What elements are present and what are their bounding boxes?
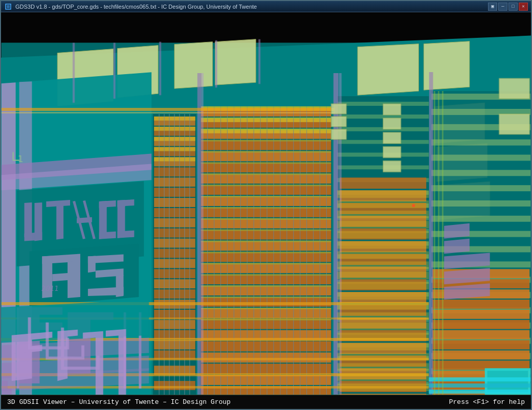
- svg-rect-300: [13, 152, 14, 160]
- app-icon: [4, 3, 12, 11]
- svg-rect-321: [337, 373, 429, 381]
- svg-rect-233: [432, 330, 529, 339]
- svg-rect-147: [201, 185, 331, 186]
- svg-marker-32: [99, 202, 107, 239]
- svg-rect-289: [429, 377, 530, 381]
- svg-rect-292: [73, 43, 75, 103]
- svg-text:1: 1: [18, 153, 24, 164]
- svg-rect-313: [337, 292, 429, 300]
- svg-rect-157: [201, 297, 331, 298]
- svg-rect-116: [201, 341, 331, 352]
- svg-rect-235: [432, 350, 529, 359]
- svg-rect-213: [431, 200, 530, 207]
- svg-rect-308: [337, 241, 429, 249]
- svg-rect-314: [337, 302, 429, 310]
- svg-rect-158: [201, 308, 331, 309]
- svg-rect-212: [431, 185, 530, 191]
- minimize-button[interactable]: ─: [498, 3, 507, 11]
- svg-rect-234: [432, 340, 529, 350]
- svg-rect-277: [499, 114, 530, 134]
- application-window: GDS3D v1.8 - gds/TOP_core.gds - techfile…: [0, 0, 532, 410]
- svg-marker-42: [68, 261, 80, 298]
- svg-rect-320: [337, 363, 429, 371]
- svg-rect-144: [201, 151, 331, 153]
- svg-rect-154: [201, 263, 331, 264]
- svg-rect-141: [201, 118, 331, 119]
- svg-rect-153: [201, 252, 331, 253]
- svg-marker-36: [118, 201, 125, 238]
- svg-rect-290: [429, 383, 530, 388]
- svg-rect-275: [383, 161, 401, 172]
- svg-rect-119: [201, 375, 331, 385]
- svg-rect-322: [337, 383, 429, 391]
- svg-marker-8: [174, 42, 213, 89]
- 3d-viewport[interactable]: 2011 ® 1: [1, 12, 531, 395]
- svg-rect-243: [197, 73, 202, 395]
- svg-rect-117: [201, 352, 331, 362]
- svg-rect-269: [331, 117, 346, 127]
- svg-rect-294: [159, 42, 161, 95]
- svg-rect-118: [201, 363, 331, 374]
- svg-rect-324: [2, 381, 8, 389]
- svg-rect-276: [499, 78, 530, 99]
- svg-rect-311: [337, 271, 429, 279]
- svg-rect-1: [7, 5, 10, 8]
- svg-rect-274: [383, 147, 401, 158]
- svg-rect-316: [337, 323, 429, 330]
- svg-rect-271: [383, 104, 401, 115]
- svg-rect-306: [337, 221, 429, 229]
- svg-rect-307: [337, 231, 429, 239]
- restore-button[interactable]: ▣: [488, 3, 497, 11]
- svg-marker-264: [444, 239, 470, 254]
- svg-rect-323: [2, 389, 12, 395]
- svg-marker-28: [77, 217, 92, 223]
- svg-rect-150: [201, 218, 331, 220]
- svg-marker-25: [56, 205, 63, 240]
- svg-text:2011: 2011: [41, 284, 59, 292]
- svg-rect-291: [429, 390, 530, 394]
- window-controls: ▣ ─ □ ✕: [488, 3, 528, 11]
- maximize-button[interactable]: □: [508, 3, 518, 11]
- svg-rect-140: [201, 106, 331, 108]
- svg-rect-299: [442, 91, 444, 395]
- svg-rect-297: [434, 91, 435, 395]
- svg-marker-23: [34, 202, 42, 241]
- svg-rect-152: [201, 241, 331, 242]
- chip-visualization: 2011 ® 1: [1, 12, 531, 395]
- svg-rect-295: [215, 40, 217, 88]
- svg-rect-293: [114, 43, 116, 99]
- svg-rect-270: [331, 129, 346, 140]
- svg-rect-151: [201, 230, 331, 231]
- svg-rect-249: [2, 112, 335, 113]
- svg-marker-44: [88, 256, 96, 272]
- svg-rect-248: [2, 108, 335, 111]
- svg-rect-209: [431, 140, 530, 146]
- svg-rect-309: [337, 252, 429, 259]
- svg-rect-142: [201, 129, 331, 130]
- svg-rect-148: [201, 196, 331, 197]
- svg-rect-310: [337, 261, 429, 269]
- svg-rect-214: [431, 216, 530, 222]
- svg-rect-268: [331, 104, 346, 114]
- svg-rect-317: [337, 333, 429, 340]
- close-button[interactable]: ✕: [519, 3, 528, 11]
- svg-rect-296: [258, 39, 260, 84]
- svg-text:®: ®: [119, 275, 122, 280]
- svg-rect-155: [201, 274, 331, 276]
- svg-rect-156: [201, 285, 331, 287]
- statusbar: 3D GDSII Viewer – University of Twente –…: [1, 395, 531, 409]
- svg-rect-211: [431, 170, 530, 176]
- svg-rect-273: [383, 132, 401, 144]
- svg-rect-301: [13, 160, 20, 161]
- svg-rect-312: [337, 282, 429, 289]
- svg-rect-303: [337, 190, 429, 198]
- svg-rect-231: [432, 310, 529, 319]
- window-title: GDS3D v1.8 - gds/TOP_core.gds - techfile…: [15, 4, 257, 10]
- svg-rect-203: [340, 394, 426, 395]
- svg-rect-298: [438, 91, 439, 395]
- status-left-text: 3D GDSII Viewer – University of Twente –…: [7, 398, 231, 406]
- svg-rect-247: [429, 72, 433, 395]
- svg-rect-210: [431, 155, 530, 161]
- svg-rect-272: [383, 118, 401, 129]
- svg-rect-318: [337, 343, 429, 351]
